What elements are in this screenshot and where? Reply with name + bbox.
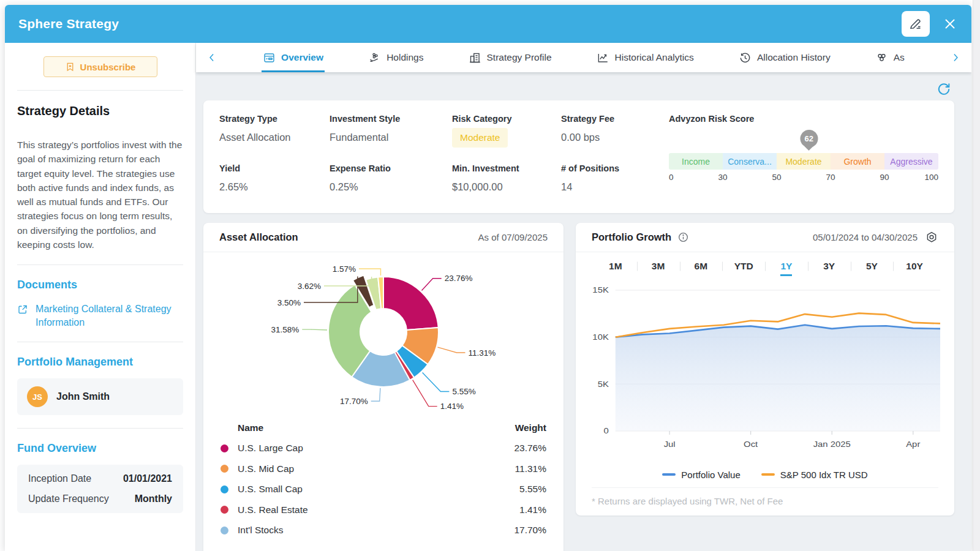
period-3y[interactable]: 3Y — [808, 261, 851, 272]
legend-item[interactable]: Portfolio Value — [662, 470, 740, 480]
info-icon[interactable] — [677, 231, 689, 243]
pie-label: 1.41% — [440, 402, 464, 411]
pie-label-leader — [371, 388, 380, 401]
risk-tick: 100 — [924, 173, 938, 182]
pie-label-leader — [302, 329, 327, 330]
risk-segment-growth: Growth — [831, 153, 884, 170]
chart-legend: Portfolio ValueS&P 500 Idx TR USD — [576, 464, 954, 485]
bookmark-x-icon — [65, 62, 75, 72]
tabs-scroll-left[interactable] — [205, 43, 219, 72]
portfolio-growth-card: Portfolio Growth 05/01/2024 to 04/30/202… — [576, 223, 954, 515]
unsubscribe-button[interactable]: Unsubscribe — [43, 56, 157, 77]
strategy-details-title: Strategy Details — [17, 104, 183, 118]
field-expense-ratio: Expense Ratio0.25% — [330, 163, 452, 209]
fund-overview-heading: Fund Overview — [17, 442, 183, 455]
pie-label-leader — [438, 347, 466, 353]
risk-score-label: Advyzon Risk Score — [669, 114, 938, 124]
external-link-icon — [17, 302, 28, 317]
period-selector: 1M3M6MYTD1Y3Y5Y10Y — [576, 252, 954, 280]
strategy-description: This strategy’s portfolios invest with t… — [17, 138, 183, 252]
field-investment-style: Investment StyleFundamental — [330, 114, 452, 163]
tab-allocation-history[interactable]: Allocation History — [737, 43, 832, 72]
manager-card[interactable]: JS John Smith — [17, 378, 183, 415]
pie-label: 3.50% — [277, 298, 301, 307]
date-range: 05/01/2024 to 04/30/2025 — [813, 232, 918, 242]
tab-overview[interactable]: Overview — [262, 43, 325, 72]
chevron-right-icon — [949, 51, 962, 64]
y-tick-label: 15K — [592, 285, 609, 294]
risk-segment-conserva-: Conserva... — [723, 153, 777, 170]
pie-label: 31.58% — [271, 325, 300, 334]
asset-allocation-table: Name Weight U.S. Large Cap23.76%U.S. Mid… — [203, 415, 564, 541]
risk-score-ticks: 030507090100 — [669, 173, 938, 185]
series-color-dot — [221, 444, 228, 452]
dialog-header: Sphere Strategy — [5, 5, 971, 43]
marketing-collateral-link[interactable]: Marketing Collateral & Strategy Informat… — [17, 302, 183, 329]
series-color-dot — [221, 506, 228, 514]
period-ytd[interactable]: YTD — [722, 261, 765, 272]
tab-strategy-profile[interactable]: Strategy Profile — [467, 43, 553, 72]
settings-gear-icon[interactable] — [925, 231, 938, 244]
series-color-dot — [221, 465, 228, 473]
edit-button[interactable] — [902, 11, 930, 37]
edit-pencil-icon — [908, 17, 923, 31]
table-row: U.S. Real Estate1.41% — [221, 500, 546, 520]
asset-allocation-donut-chart[interactable]: 23.76%11.31%5.55%1.41%17.70%31.58%3.50%3… — [203, 252, 564, 415]
manager-name: John Smith — [56, 391, 110, 402]
table-header-row: Name Weight — [221, 418, 546, 438]
chevron-left-icon — [206, 51, 218, 64]
period-6m[interactable]: 6M — [680, 261, 723, 272]
pie-label: 3.62% — [298, 282, 321, 291]
divider — [17, 342, 183, 342]
unsubscribe-label: Unsubscribe — [80, 62, 136, 72]
dialog-title: Sphere Strategy — [18, 17, 119, 31]
divider — [17, 264, 183, 265]
close-button[interactable] — [940, 13, 960, 34]
divider — [17, 428, 183, 429]
close-icon — [943, 17, 957, 31]
period-1m[interactable]: 1M — [594, 261, 637, 272]
field--of-positions: # of Positions14 — [561, 163, 669, 209]
risk-category-badge: Moderate — [452, 128, 508, 148]
period-1y[interactable]: 1Y — [765, 261, 808, 272]
table-row: U.S. Small Cap5.55% — [221, 479, 546, 500]
risk-score-track: 62 — [669, 126, 938, 153]
pie-label: 5.55% — [452, 387, 475, 396]
weight-column-header: Weight — [515, 422, 546, 433]
as-of-date: As of 07/09/2025 — [478, 232, 548, 242]
tab-historical-analytics[interactable]: Historical Analytics — [595, 43, 695, 72]
overview-icon — [263, 51, 276, 64]
series-color-dot — [221, 527, 228, 534]
historical-analytics-icon — [597, 51, 609, 64]
overview-content: Advyzon Risk Score 62 IncomeConserva...M… — [196, 72, 971, 551]
x-tick-label: Jan 2025 — [813, 440, 851, 449]
period-3m[interactable]: 3M — [637, 261, 680, 272]
page-scrollbar[interactable] — [973, 0, 980, 551]
sidebar: Unsubscribe Strategy Details This strate… — [5, 43, 196, 551]
portfolio-management-heading: Portfolio Management — [17, 356, 183, 369]
documents-heading: Documents — [17, 279, 183, 291]
asset-allocation-card: Asset Allocation As of 07/09/2025 23.76%… — [203, 223, 564, 551]
risk-score-pin: 62 — [800, 130, 818, 148]
risk-tick: 30 — [718, 173, 727, 182]
refresh-button[interactable] — [936, 80, 954, 99]
table-row: Int'l Stocks17.70% — [221, 520, 546, 541]
strategy-dialog: Sphere Strategy — [5, 5, 971, 551]
y-tick-label: 5K — [598, 379, 609, 388]
tabs-scroll-right[interactable] — [948, 43, 963, 72]
period-5y[interactable]: 5Y — [851, 261, 894, 272]
field-strategy-type: Strategy TypeAsset Allocation — [219, 114, 330, 163]
pie-slice — [383, 277, 439, 330]
portfolio-growth-chart[interactable]: 05K10K15KJulOctJan 2025Apr — [576, 280, 954, 464]
risk-segment-aggressive: Aggressive — [884, 153, 938, 170]
strategy-profile-icon — [469, 51, 481, 64]
period-10y[interactable]: 10Y — [893, 261, 936, 272]
legend-item[interactable]: S&P 500 Idx TR USD — [761, 470, 868, 480]
area-fill — [616, 325, 940, 431]
x-tick-label: Jul — [664, 440, 676, 449]
y-tick-label: 0 — [604, 426, 609, 435]
x-tick-label: Oct — [744, 440, 758, 449]
tab-holdings[interactable]: Holdings — [367, 43, 424, 72]
tab-as[interactable]: As — [874, 43, 906, 72]
risk-tick: 50 — [772, 173, 781, 182]
